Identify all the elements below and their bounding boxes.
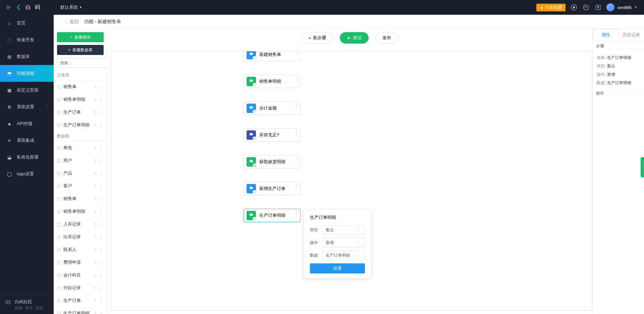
publish-button[interactable]: 发布 (375, 32, 398, 44)
more-icon[interactable]: ⋮ (99, 235, 104, 240)
node-menu-icon[interactable]: ⋮ (294, 76, 298, 82)
flow-node-6[interactable]: + 生产订单明细 ⋮ (244, 209, 301, 222)
flow-node-2[interactable]: ↖ 合计金额 ⋮ (244, 102, 301, 115)
node-menu-icon[interactable]: ⋮ (294, 103, 298, 109)
sort-icon[interactable]: ⫯ (93, 110, 98, 115)
node-menu-icon[interactable]: ⋮ (294, 130, 298, 135)
sort-icon[interactable]: ⫯ (93, 97, 98, 102)
back-button[interactable]: 〈 返回 (64, 19, 79, 25)
more-icon[interactable]: ⋮ (99, 260, 104, 265)
sort-icon[interactable]: ⫯ (93, 311, 98, 314)
popover-config-button[interactable]: 设置 (310, 263, 365, 273)
new-table-button[interactable]: +新建数据表 (57, 45, 104, 55)
list-item[interactable]: ▢ 付款记录 ⫯⋮ (54, 281, 107, 294)
menu-toggle-icon[interactable] (5, 4, 12, 11)
list-item[interactable]: ▢ 生产订单 ⫯⋮ (54, 106, 107, 119)
more-icon[interactable]: ⋮ (99, 123, 104, 128)
help-icon[interactable]: ? (594, 4, 602, 11)
list-item[interactable]: ▢ 入库记录 ⫯⋮ (54, 218, 107, 231)
nav-item-5[interactable]: ⚙系统设置〉 (0, 99, 54, 115)
nav-item-4[interactable]: ▦自定义页面 (0, 82, 54, 99)
list-item[interactable]: ▢ 会计科目 ⫯⋮ (54, 269, 107, 281)
feedback-tab[interactable] (641, 157, 644, 177)
sort-icon[interactable]: ⫯ (93, 171, 98, 176)
flow-node-0[interactable]: + 新建销售单 ⋮ (244, 51, 301, 61)
list-item[interactable]: ▢ 生产订单明细 ⫯⋮ (54, 119, 107, 131)
node-menu-icon[interactable]: ⋮ (294, 157, 298, 162)
nav-item-3[interactable]: ⬒功能流程 (0, 65, 54, 82)
more-icon[interactable]: ⋮ (99, 222, 104, 227)
list-item[interactable]: ▢ 出库记录 ⫯⋮ (54, 231, 107, 243)
sidebar-community[interactable]: 白码社区 反馈 · 学习 · 交流 (0, 295, 54, 314)
flow-node-1[interactable]: + 销售单明细 ⋮ (244, 75, 301, 88)
cloud-icon[interactable] (582, 4, 590, 11)
brand-logo[interactable]: 白 码 (15, 4, 42, 11)
more-icon[interactable]: ⋮ (99, 298, 104, 303)
node-menu-icon[interactable]: ⋮ (294, 210, 298, 216)
sort-icon[interactable]: ⫯ (93, 158, 98, 163)
list-item[interactable]: ▢ 客户 ⫯⋮ (54, 180, 107, 192)
popover-field[interactable]: 生产订单明细〉 (322, 251, 365, 260)
test-button[interactable]: 测试 (340, 32, 369, 44)
sort-icon[interactable]: ⫯ (93, 209, 98, 214)
flow-node-5[interactable]: + 新增生产订单 ⋮ (244, 182, 301, 195)
sort-icon[interactable]: ⫯ (93, 184, 98, 189)
tab-history[interactable]: 历史记录 (619, 29, 644, 41)
more-icon[interactable]: ⋮ (99, 247, 104, 252)
nav-item-9[interactable]: ◯logo设置 (0, 166, 54, 182)
sort-icon[interactable]: ⫯ (93, 145, 98, 150)
list-item[interactable]: ▢ 生产订单明细 ⫯⋮ (54, 307, 107, 314)
sort-icon[interactable]: ⫯ (93, 123, 98, 128)
popover-field[interactable]: 集合〉 (322, 225, 365, 235)
popover-field[interactable]: 新增〉 (322, 238, 365, 247)
sort-icon[interactable]: ⫯ (93, 298, 98, 303)
sort-icon[interactable]: ⫯ (93, 235, 98, 240)
more-icon[interactable]: ⋮ (99, 145, 104, 150)
upgrade-button[interactable]: ▲升级/续费 (536, 4, 566, 11)
nav-item-6[interactable]: ◈API对接 (0, 115, 54, 132)
nav-item-7[interactable]: ≡系统集成 (0, 132, 54, 149)
sort-icon[interactable]: ⫯ (93, 84, 98, 89)
list-item[interactable]: ▢ 用户 ⫯⋮ (54, 154, 107, 167)
tab-properties[interactable]: 属性 (593, 29, 619, 41)
more-icon[interactable]: ⋮ (99, 97, 104, 102)
new-module-button[interactable]: +新建模块 (57, 32, 104, 42)
more-icon[interactable]: ⋮ (99, 158, 104, 163)
more-icon[interactable]: ⋮ (99, 110, 104, 115)
list-item[interactable]: ▢ 角色 ⫯⋮ (54, 141, 107, 154)
more-icon[interactable]: ⋮ (99, 311, 104, 314)
flow-node-4[interactable]: 🔍 获取缺货明细 ⋮ (244, 155, 301, 169)
more-icon[interactable]: ⋮ (99, 209, 104, 214)
list-item[interactable]: ▢ 销售单明细 ⫯⋮ (54, 205, 107, 218)
user-menu[interactable]: sen666 ▼ (606, 3, 637, 11)
list-item[interactable]: ▢ 费用申请 ⫯⋮ (54, 256, 107, 269)
sort-icon[interactable]: ⫯ (93, 273, 98, 278)
more-icon[interactable]: ⋮ (99, 171, 104, 176)
more-icon[interactable]: ⋮ (99, 286, 104, 291)
list-item[interactable]: ▢ 销售单 ⫯⋮ (54, 80, 107, 93)
sort-icon[interactable]: ⫯ (93, 196, 98, 201)
sort-icon[interactable]: ⫯ (93, 247, 98, 252)
nav-item-0[interactable]: ⌂首页 (0, 15, 54, 32)
sort-icon[interactable]: ⫯ (93, 286, 98, 291)
nav-item-8[interactable]: ⬓私有化部署 (0, 149, 54, 166)
new-step-button[interactable]: +新步骤 (302, 32, 333, 44)
nav-item-1[interactable]: ⬚快速开发 (0, 32, 54, 48)
more-icon[interactable]: ⋮ (99, 196, 104, 201)
more-icon[interactable]: ⋮ (99, 84, 104, 89)
list-item[interactable]: ▢ 联系人 ⫯⋮ (54, 243, 107, 256)
list-item[interactable]: ▢ 销售单 ⫯⋮ (54, 192, 107, 205)
nav-item-2[interactable]: ▤数据库 (0, 48, 54, 65)
list-item[interactable]: ▢ 生产订单 ⫯⋮ (54, 294, 107, 307)
list-item[interactable]: ▢ 产品 ⫯⋮ (54, 167, 107, 180)
node-menu-icon[interactable]: ⋮ (294, 51, 298, 55)
more-icon[interactable]: ⋮ (99, 184, 104, 189)
system-selector[interactable]: 默认系统 ▼ (54, 4, 89, 10)
list-item[interactable]: ▢ 销售单明细 ⫯⋮ (54, 93, 107, 106)
search-input[interactable] (57, 58, 113, 68)
play-icon[interactable] (570, 4, 578, 11)
flow-node-3[interactable]: if 库存充足? ⋮ (244, 128, 301, 142)
sort-icon[interactable]: ⫯ (93, 260, 98, 265)
more-icon[interactable]: ⋮ (99, 273, 104, 278)
flow-canvas[interactable]: + 新建销售单 ⋮ + 销售单明细 ⋮ ↖ 合计金额 ⋮ if 库存充足? ⋮ … (111, 51, 592, 311)
